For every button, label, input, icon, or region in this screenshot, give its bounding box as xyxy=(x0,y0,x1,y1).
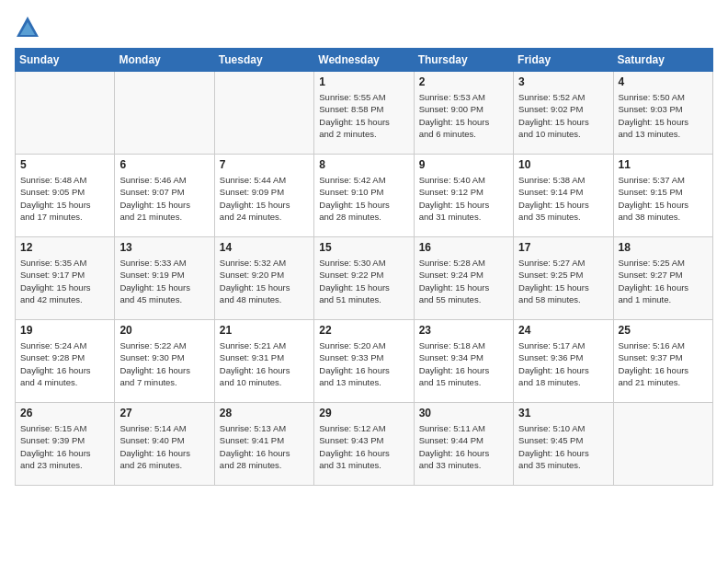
day-number: 17 xyxy=(518,241,608,254)
day-number: 10 xyxy=(518,158,608,171)
day-number: 20 xyxy=(119,324,209,337)
calendar-week-row: 19Sunrise: 5:24 AM Sunset: 9:28 PM Dayli… xyxy=(16,320,713,403)
calendar-week-row: 1Sunrise: 5:55 AM Sunset: 8:58 PM Daylig… xyxy=(16,72,713,155)
day-info: Sunrise: 5:32 AM Sunset: 9:20 PM Dayligh… xyxy=(220,257,309,305)
calendar-cell: 21Sunrise: 5:21 AM Sunset: 9:31 PM Dayli… xyxy=(214,320,313,403)
calendar-cell: 9Sunrise: 5:40 AM Sunset: 9:12 PM Daylig… xyxy=(414,155,513,237)
day-info: Sunrise: 5:14 AM Sunset: 9:40 PM Dayligh… xyxy=(119,422,209,471)
calendar-cell: 19Sunrise: 5:24 AM Sunset: 9:28 PM Dayli… xyxy=(16,320,115,403)
day-number: 14 xyxy=(220,241,309,254)
day-number: 6 xyxy=(119,158,209,171)
calendar-cell: 6Sunrise: 5:46 AM Sunset: 9:07 PM Daylig… xyxy=(115,155,214,237)
calendar-cell xyxy=(16,72,115,155)
calendar-cell: 2Sunrise: 5:53 AM Sunset: 9:00 PM Daylig… xyxy=(414,72,513,155)
calendar-cell: 1Sunrise: 5:55 AM Sunset: 8:58 PM Daylig… xyxy=(314,72,414,155)
day-info: Sunrise: 5:11 AM Sunset: 9:44 PM Dayligh… xyxy=(419,422,508,471)
calendar-cell: 29Sunrise: 5:12 AM Sunset: 9:43 PM Dayli… xyxy=(314,403,414,486)
calendar-cell: 26Sunrise: 5:15 AM Sunset: 9:39 PM Dayli… xyxy=(16,403,115,486)
day-number: 28 xyxy=(220,407,309,419)
day-info: Sunrise: 5:17 AM Sunset: 9:36 PM Dayligh… xyxy=(518,339,608,388)
day-info: Sunrise: 5:28 AM Sunset: 9:24 PM Dayligh… xyxy=(419,257,508,305)
day-number: 24 xyxy=(518,324,608,337)
calendar-cell: 27Sunrise: 5:14 AM Sunset: 9:40 PM Dayli… xyxy=(115,403,214,486)
day-number: 3 xyxy=(518,75,608,88)
calendar-cell: 20Sunrise: 5:22 AM Sunset: 9:30 PM Dayli… xyxy=(115,320,214,403)
day-number: 26 xyxy=(20,407,109,419)
day-info: Sunrise: 5:46 AM Sunset: 9:07 PM Dayligh… xyxy=(119,174,209,223)
day-number: 11 xyxy=(619,158,708,171)
calendar-cell: 8Sunrise: 5:42 AM Sunset: 9:10 PM Daylig… xyxy=(314,155,414,237)
weekday-header-tuesday: Tuesday xyxy=(214,49,313,72)
calendar-cell: 31Sunrise: 5:10 AM Sunset: 9:45 PM Dayli… xyxy=(514,403,613,486)
day-number: 8 xyxy=(319,158,408,171)
calendar-cell: 5Sunrise: 5:48 AM Sunset: 9:05 PM Daylig… xyxy=(16,155,115,237)
day-info: Sunrise: 5:42 AM Sunset: 9:10 PM Dayligh… xyxy=(319,174,408,223)
day-info: Sunrise: 5:12 AM Sunset: 9:43 PM Dayligh… xyxy=(319,422,408,471)
day-number: 25 xyxy=(619,324,708,337)
calendar-cell: 17Sunrise: 5:27 AM Sunset: 9:25 PM Dayli… xyxy=(514,237,613,320)
calendar-cell: 11Sunrise: 5:37 AM Sunset: 9:15 PM Dayli… xyxy=(613,155,712,237)
calendar-cell: 24Sunrise: 5:17 AM Sunset: 9:36 PM Dayli… xyxy=(514,320,613,403)
calendar-cell: 28Sunrise: 5:13 AM Sunset: 9:41 PM Dayli… xyxy=(214,403,313,486)
day-info: Sunrise: 5:33 AM Sunset: 9:19 PM Dayligh… xyxy=(119,257,209,305)
day-number: 12 xyxy=(20,241,109,254)
day-number: 4 xyxy=(619,75,708,88)
day-info: Sunrise: 5:40 AM Sunset: 9:12 PM Dayligh… xyxy=(419,174,508,223)
day-number: 31 xyxy=(518,407,608,419)
calendar-cell: 15Sunrise: 5:30 AM Sunset: 9:22 PM Dayli… xyxy=(314,237,414,320)
day-number: 22 xyxy=(319,324,408,337)
day-number: 23 xyxy=(419,324,508,337)
calendar-cell: 18Sunrise: 5:25 AM Sunset: 9:27 PM Dayli… xyxy=(613,237,712,320)
day-number: 27 xyxy=(119,407,209,419)
day-info: Sunrise: 5:50 AM Sunset: 9:03 PM Dayligh… xyxy=(619,91,708,140)
calendar-cell: 7Sunrise: 5:44 AM Sunset: 9:09 PM Daylig… xyxy=(214,155,313,237)
day-info: Sunrise: 5:24 AM Sunset: 9:28 PM Dayligh… xyxy=(20,339,109,388)
calendar-cell xyxy=(613,403,712,486)
calendar-cell: 12Sunrise: 5:35 AM Sunset: 9:17 PM Dayli… xyxy=(16,237,115,320)
day-info: Sunrise: 5:13 AM Sunset: 9:41 PM Dayligh… xyxy=(220,422,309,471)
day-info: Sunrise: 5:25 AM Sunset: 9:27 PM Dayligh… xyxy=(619,257,708,305)
calendar-cell: 10Sunrise: 5:38 AM Sunset: 9:14 PM Dayli… xyxy=(514,155,613,237)
day-info: Sunrise: 5:52 AM Sunset: 9:02 PM Dayligh… xyxy=(518,91,608,140)
weekday-header-monday: Monday xyxy=(115,49,214,72)
calendar-cell: 16Sunrise: 5:28 AM Sunset: 9:24 PM Dayli… xyxy=(414,237,513,320)
day-info: Sunrise: 5:15 AM Sunset: 9:39 PM Dayligh… xyxy=(20,422,109,471)
logo xyxy=(15,15,44,40)
day-number: 2 xyxy=(419,75,508,88)
day-number: 19 xyxy=(20,324,109,337)
calendar-table: SundayMondayTuesdayWednesdayThursdayFrid… xyxy=(15,48,713,486)
day-info: Sunrise: 5:16 AM Sunset: 9:37 PM Dayligh… xyxy=(619,339,708,388)
calendar-cell: 14Sunrise: 5:32 AM Sunset: 9:20 PM Dayli… xyxy=(214,237,313,320)
day-info: Sunrise: 5:44 AM Sunset: 9:09 PM Dayligh… xyxy=(220,174,309,223)
day-number: 21 xyxy=(220,324,309,337)
weekday-header-wednesday: Wednesday xyxy=(314,49,414,72)
day-info: Sunrise: 5:22 AM Sunset: 9:30 PM Dayligh… xyxy=(119,339,209,388)
day-info: Sunrise: 5:53 AM Sunset: 9:00 PM Dayligh… xyxy=(419,91,508,140)
calendar-header: SundayMondayTuesdayWednesdayThursdayFrid… xyxy=(16,49,713,72)
calendar-cell: 4Sunrise: 5:50 AM Sunset: 9:03 PM Daylig… xyxy=(613,72,712,155)
calendar-week-row: 26Sunrise: 5:15 AM Sunset: 9:39 PM Dayli… xyxy=(16,403,713,486)
day-info: Sunrise: 5:30 AM Sunset: 9:22 PM Dayligh… xyxy=(319,257,408,305)
day-number: 13 xyxy=(119,241,209,254)
day-number: 30 xyxy=(419,407,508,419)
day-number: 18 xyxy=(619,241,708,254)
day-number: 7 xyxy=(220,158,309,171)
day-number: 5 xyxy=(20,158,109,171)
day-info: Sunrise: 5:48 AM Sunset: 9:05 PM Dayligh… xyxy=(20,174,109,223)
day-number: 16 xyxy=(419,241,508,254)
calendar-body: 1Sunrise: 5:55 AM Sunset: 8:58 PM Daylig… xyxy=(16,72,713,486)
weekday-header-row: SundayMondayTuesdayWednesdayThursdayFrid… xyxy=(16,49,713,72)
calendar-cell: 13Sunrise: 5:33 AM Sunset: 9:19 PM Dayli… xyxy=(115,237,214,320)
day-info: Sunrise: 5:18 AM Sunset: 9:34 PM Dayligh… xyxy=(419,339,508,388)
weekday-header-thursday: Thursday xyxy=(414,49,513,72)
day-info: Sunrise: 5:27 AM Sunset: 9:25 PM Dayligh… xyxy=(518,257,608,305)
day-info: Sunrise: 5:37 AM Sunset: 9:15 PM Dayligh… xyxy=(619,174,708,223)
calendar-cell xyxy=(214,72,313,155)
calendar-cell: 30Sunrise: 5:11 AM Sunset: 9:44 PM Dayli… xyxy=(414,403,513,486)
day-number: 29 xyxy=(319,407,408,419)
logo-icon xyxy=(15,15,40,40)
day-number: 15 xyxy=(319,241,408,254)
day-info: Sunrise: 5:38 AM Sunset: 9:14 PM Dayligh… xyxy=(518,174,608,223)
calendar-cell: 23Sunrise: 5:18 AM Sunset: 9:34 PM Dayli… xyxy=(414,320,513,403)
calendar-week-row: 12Sunrise: 5:35 AM Sunset: 9:17 PM Dayli… xyxy=(16,237,713,320)
